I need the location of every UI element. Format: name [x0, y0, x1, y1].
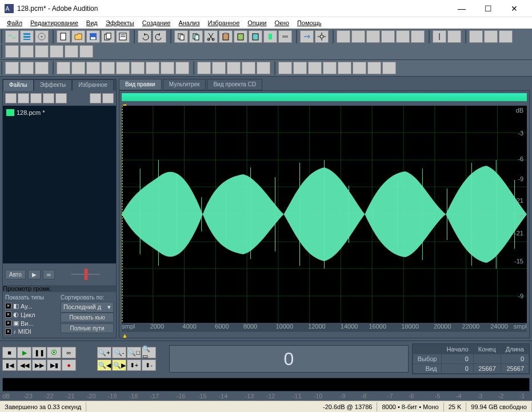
view-multitrack-tab[interactable]: Мультитрек — [163, 79, 206, 90]
time-ruler[interactable]: smpl 2000 4000 6000 8000 10000 12000 140… — [122, 323, 527, 332]
file-close-button[interactable] — [18, 93, 29, 103]
waveform-display[interactable]: dB -3 -6 -9 -21 -∞ -21 -15 -9 — [122, 106, 527, 323]
tb2-7[interactable] — [101, 62, 115, 74]
go-end-button[interactable]: ▶▮ — [47, 359, 61, 371]
copy-to-new-button[interactable] — [101, 30, 115, 43]
settings-button[interactable] — [315, 30, 329, 43]
play-button[interactable]: ▶ — [17, 347, 31, 358]
tb2-6[interactable] — [86, 62, 100, 74]
tb2-2[interactable] — [20, 62, 34, 74]
type-loop-check[interactable]: ×◐Цикл — [5, 310, 58, 319]
insert-silence-button[interactable] — [278, 30, 292, 43]
stop-button[interactable]: ■ — [2, 347, 17, 358]
file-advanced-button[interactable] — [102, 93, 114, 103]
tb-a3[interactable] — [366, 30, 380, 43]
sort-by-dropdown[interactable]: Последний д▾ — [61, 302, 114, 313]
menu-analyze[interactable]: Анализ — [175, 18, 203, 27]
tab-effects[interactable]: Эффекты — [34, 79, 72, 91]
auto-play-button[interactable]: Авто — [5, 270, 26, 279]
new-button[interactable] — [57, 30, 70, 43]
sel-len[interactable]: 0 — [501, 354, 529, 364]
convert-button[interactable] — [300, 30, 314, 43]
tb-a2[interactable] — [351, 30, 365, 43]
view-edit-tab[interactable]: Вид правки — [119, 79, 162, 90]
play-to-end-button[interactable]: ⦿ — [47, 347, 61, 358]
zoom-out-h-button[interactable]: 🔍- — [112, 347, 126, 358]
cut-button[interactable] — [204, 30, 218, 43]
tb2-15[interactable] — [227, 62, 241, 74]
tab-favorites[interactable]: Избранное — [72, 79, 114, 91]
redo-button[interactable] — [153, 30, 166, 43]
tb-c2[interactable] — [20, 45, 34, 58]
file-options-button[interactable] — [90, 93, 101, 103]
zoom-in-v-button[interactable]: ⬍+ — [127, 359, 141, 371]
menu-view[interactable]: Вид — [83, 18, 101, 27]
file-insert-mt-button[interactable] — [30, 93, 42, 103]
tb-c5[interactable] — [65, 45, 78, 58]
paste-button[interactable] — [219, 30, 233, 43]
zoom-in-left-button[interactable]: 🔍◀ — [97, 359, 111, 371]
tb2-19[interactable] — [293, 62, 307, 74]
preview-play-button[interactable]: ▶ — [28, 270, 41, 279]
mode-waveform-button[interactable] — [5, 30, 19, 43]
tb-c3[interactable] — [35, 45, 49, 58]
menu-window[interactable]: Окно — [271, 18, 293, 27]
type-midi-check[interactable]: ×♪MIDI — [5, 327, 58, 335]
play-loop-button[interactable]: ∞ — [62, 347, 76, 358]
tb2-25[interactable] — [382, 62, 396, 74]
loop-preview-button[interactable]: ∞ — [43, 270, 55, 279]
navigator-bar[interactable] — [122, 93, 527, 101]
menu-generate[interactable]: Создание — [139, 18, 174, 27]
tb2-24[interactable] — [367, 62, 381, 74]
maximize-button[interactable]: ☐ — [475, 0, 501, 17]
tb2-23[interactable] — [353, 62, 366, 74]
tb-a1[interactable] — [337, 30, 350, 43]
sel-start[interactable]: 0 — [442, 354, 473, 364]
save-button[interactable] — [86, 30, 100, 43]
tb2-9[interactable] — [131, 62, 145, 74]
tb-a4[interactable] — [381, 30, 395, 43]
rewind-button[interactable]: ◀◀ — [17, 359, 31, 371]
tb2-14[interactable] — [212, 62, 226, 74]
view-start[interactable]: 0 — [442, 364, 473, 374]
copy-new-button[interactable] — [189, 30, 203, 43]
tb2-3[interactable] — [35, 62, 49, 74]
tb2-13[interactable] — [197, 62, 211, 74]
file-edit-button[interactable] — [55, 93, 67, 103]
file-list[interactable]: 128.pcm * — [3, 106, 116, 263]
open-button[interactable] — [71, 30, 85, 43]
mix-paste-button[interactable] — [234, 30, 247, 43]
pause-button[interactable]: ❚❚ — [32, 347, 46, 358]
undo-button[interactable] — [138, 30, 151, 43]
file-item[interactable]: 128.pcm * — [5, 108, 114, 117]
tb2-12[interactable] — [175, 62, 189, 74]
tb2-16[interactable] — [242, 62, 255, 74]
type-audio-check[interactable]: ×◧Ау... — [5, 302, 58, 310]
tb2-22[interactable] — [338, 62, 351, 74]
zoom-out-v-button[interactable]: ⬍- — [142, 359, 156, 371]
zoom-in-h-button[interactable]: 🔍+ — [97, 347, 111, 358]
tb2-18[interactable] — [278, 62, 292, 74]
tb2-17[interactable] — [257, 62, 270, 74]
zoom-in-right-button[interactable]: 🔍▶ — [112, 359, 126, 371]
mode-cd-button[interactable] — [35, 30, 49, 43]
mode-multitrack-button[interactable] — [20, 30, 34, 43]
level-meter[interactable] — [2, 378, 530, 391]
view-cd-tab[interactable]: Вид проекта CD — [207, 79, 262, 90]
close-button[interactable]: ✕ — [501, 0, 527, 17]
tb2-21[interactable] — [323, 62, 337, 74]
tb-a5[interactable] — [396, 30, 410, 43]
menu-options[interactable]: Опции — [244, 18, 270, 27]
copy-button[interactable] — [174, 30, 188, 43]
tb2-20[interactable] — [308, 62, 322, 74]
marker-tool-button[interactable] — [447, 30, 461, 43]
type-video-check[interactable]: ×▣Ви... — [5, 319, 58, 327]
full-paths-button[interactable]: Полные пути — [61, 323, 114, 333]
menu-help[interactable]: Помощь — [294, 18, 325, 27]
properties-button[interactable] — [116, 30, 130, 43]
zoom-full-button[interactable]: 🔍□ — [127, 347, 141, 358]
tb2-4[interactable] — [57, 62, 70, 74]
minimize-button[interactable]: — — [449, 0, 475, 17]
time-display[interactable]: 0 — [169, 345, 409, 373]
tb2-1[interactable] — [5, 62, 19, 74]
